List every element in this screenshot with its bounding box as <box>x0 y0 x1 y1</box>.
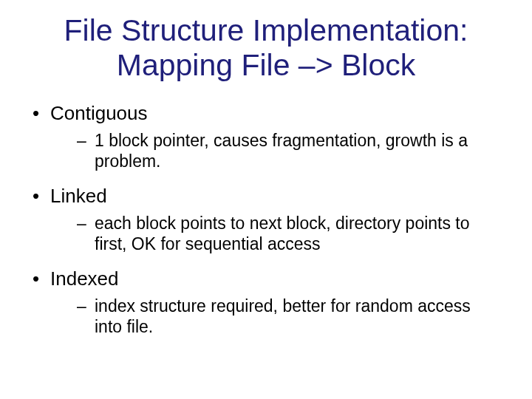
bullet-indexed: Indexed <box>30 267 502 291</box>
bullet-contiguous: Contiguous <box>30 102 502 126</box>
subbullet-linked: each block points to next block, directo… <box>30 213 502 254</box>
bullet-linked: Linked <box>30 185 502 208</box>
slide: File Structure Implementation: Mapping F… <box>0 0 532 399</box>
bullet-label: Contiguous <box>50 102 148 124</box>
bullet-label: Indexed <box>50 267 119 290</box>
subbullet-indexed: index structure required, better for ran… <box>30 296 502 337</box>
subbullet-text: 1 block pointer, causes fragmentation, g… <box>95 131 468 171</box>
subbullet-text: each block points to next block, directo… <box>95 214 470 253</box>
slide-title: File Structure Implementation: Mapping F… <box>30 13 502 83</box>
bullet-label: Linked <box>50 185 107 207</box>
subbullet-contiguous: 1 block pointer, causes fragmentation, g… <box>30 130 502 171</box>
slide-body: Contiguous 1 block pointer, causes fragm… <box>30 102 502 336</box>
subbullet-text: index structure required, better for ran… <box>95 296 471 336</box>
